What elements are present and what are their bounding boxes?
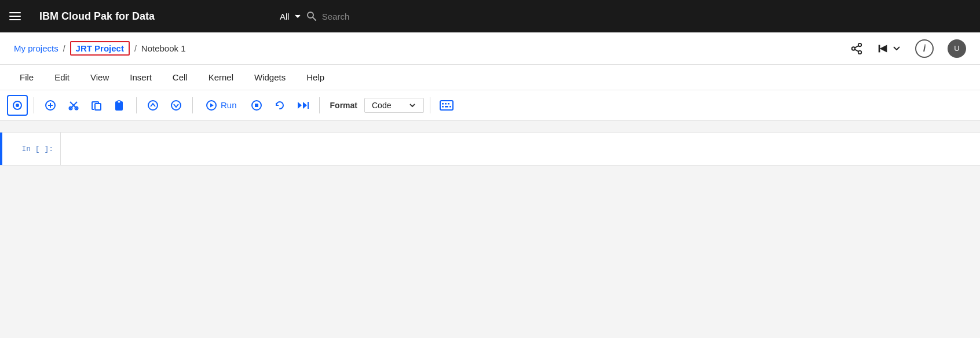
menu-help[interactable]: Help: [296, 65, 335, 90]
save-icon: [12, 100, 23, 111]
breadcrumb-bar: My projects / JRT Project / Notebook 1: [0, 32, 980, 65]
toolbar-sep-1: [34, 97, 34, 113]
add-cell-button[interactable]: [40, 95, 61, 116]
restart-button[interactable]: [269, 95, 290, 116]
search-filter-dropdown[interactable]: All: [280, 12, 301, 21]
svg-marker-10: [880, 45, 887, 52]
svg-rect-0: [9, 12, 21, 13]
menu-kernel[interactable]: Kernel: [198, 65, 244, 90]
svg-marker-27: [210, 103, 214, 107]
menu-file[interactable]: File: [9, 65, 44, 90]
move-down-button[interactable]: [166, 95, 187, 116]
breadcrumb-my-projects[interactable]: My projects: [14, 43, 58, 53]
paste-icon: [114, 100, 126, 111]
keyboard-icon: [440, 100, 454, 111]
breadcrumb-notebook: Notebook 1: [141, 43, 186, 53]
run-icon: [206, 100, 217, 111]
search-input[interactable]: [322, 12, 496, 21]
app-title: IBM Cloud Pak for Data: [39, 10, 155, 23]
svg-marker-30: [298, 102, 302, 109]
svg-rect-33: [440, 101, 453, 110]
menu-cell[interactable]: Cell: [162, 65, 198, 90]
toolbar-sep-4: [319, 97, 320, 113]
move-up-button[interactable]: [142, 95, 163, 116]
hamburger-icon: [9, 10, 21, 22]
cut-button[interactable]: [63, 95, 84, 116]
user-avatar[interactable]: U: [948, 39, 966, 58]
toolbar: Run Format Code: [0, 90, 980, 120]
svg-rect-34: [442, 103, 444, 105]
svg-rect-23: [118, 101, 120, 103]
svg-marker-31: [303, 102, 307, 109]
copy-button[interactable]: [86, 95, 107, 116]
info-button[interactable]: i: [915, 39, 934, 58]
svg-point-7: [858, 50, 862, 54]
menu-edit[interactable]: Edit: [44, 65, 80, 90]
cell-prompt: In [ ]:: [2, 133, 60, 165]
svg-rect-2: [9, 19, 21, 20]
notebook-area: In [ ]:: [0, 120, 980, 177]
breadcrumb-sep-1: /: [63, 44, 65, 53]
svg-point-25: [171, 101, 181, 110]
move-down-icon: [170, 100, 182, 111]
svg-rect-21: [95, 104, 101, 110]
dropdown-chevron-icon: [408, 101, 416, 109]
notebook-cell[interactable]: In [ ]:: [0, 133, 980, 165]
cell-type-dropdown[interactable]: Code: [364, 98, 424, 113]
move-up-icon: [147, 100, 159, 111]
menu-widgets[interactable]: Widgets: [244, 65, 296, 90]
search-icon: [306, 10, 317, 22]
copy-icon: [91, 100, 103, 111]
format-label: Format: [326, 101, 362, 110]
share-button[interactable]: [850, 42, 863, 55]
menu-insert[interactable]: Insert: [119, 65, 162, 90]
breadcrumb: My projects / JRT Project / Notebook 1: [14, 41, 186, 56]
toolbar-sep-3: [192, 97, 193, 113]
svg-line-9: [855, 45, 858, 47]
run-all-button[interactable]: [292, 95, 313, 116]
stop-icon: [251, 100, 262, 111]
search-area: All: [280, 10, 496, 22]
toolbar-sep-5: [430, 97, 430, 113]
svg-point-24: [148, 101, 158, 110]
run-button[interactable]: Run: [199, 95, 244, 116]
chevron-down-icon: [294, 13, 301, 20]
paste-button[interactable]: [109, 95, 130, 116]
svg-rect-11: [879, 45, 880, 52]
cut-icon: [68, 100, 79, 111]
history-icon: [877, 42, 890, 55]
svg-rect-35: [445, 103, 447, 105]
svg-rect-37: [442, 106, 444, 108]
svg-rect-36: [448, 103, 449, 105]
breadcrumb-sep-2: /: [134, 44, 137, 53]
add-cell-icon: [45, 100, 56, 111]
restart-icon: [274, 100, 286, 111]
svg-line-4: [313, 17, 316, 20]
hamburger-menu-button[interactable]: [9, 10, 21, 22]
cell-wrapper: In [ ]:: [0, 132, 980, 166]
toolbar-sep-2: [136, 97, 137, 113]
stop-button[interactable]: [246, 95, 267, 116]
svg-rect-32: [308, 102, 309, 109]
svg-rect-38: [445, 106, 448, 108]
breadcrumb-actions: i U: [850, 39, 966, 58]
save-button[interactable]: [7, 95, 28, 116]
history-button[interactable]: [877, 42, 901, 55]
svg-point-13: [16, 104, 19, 107]
top-navigation: IBM Cloud Pak for Data All: [0, 0, 980, 32]
svg-point-6: [852, 47, 855, 50]
menu-bar: File Edit View Insert Cell Kernel Widget…: [0, 65, 980, 90]
cell-input[interactable]: [60, 133, 980, 165]
run-all-icon: [297, 100, 309, 111]
svg-rect-1: [9, 16, 21, 17]
svg-point-5: [858, 43, 862, 46]
chevron-down-small-icon: [892, 44, 901, 53]
svg-rect-39: [449, 106, 451, 108]
breadcrumb-jrt-project[interactable]: JRT Project: [70, 41, 130, 56]
menu-view[interactable]: View: [80, 65, 119, 90]
svg-line-8: [855, 49, 858, 52]
keyboard-shortcuts-button[interactable]: [436, 95, 457, 116]
svg-rect-29: [255, 104, 258, 107]
share-icon: [850, 42, 863, 55]
